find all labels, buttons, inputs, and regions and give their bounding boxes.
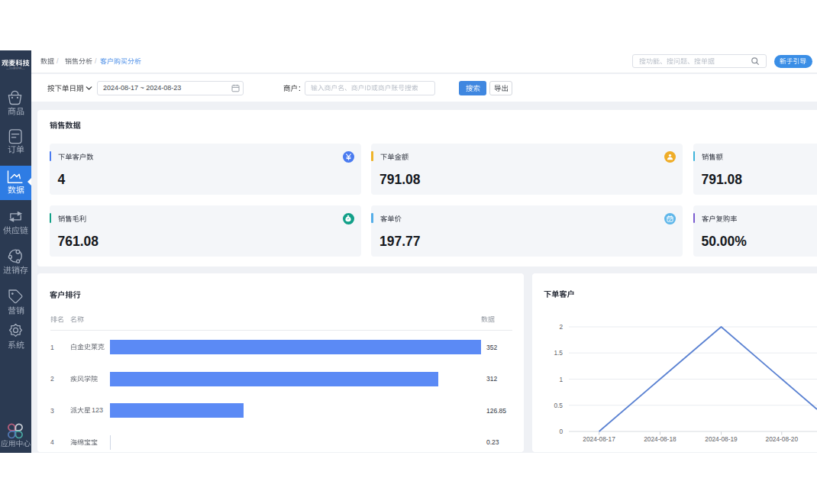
svg-text:2024-08-18: 2024-08-18 [644, 435, 677, 443]
svg-text:0: 0 [559, 428, 563, 435]
svg-text:2024-08-19: 2024-08-19 [705, 435, 738, 443]
svg-text:2024-08-20: 2024-08-20 [766, 435, 799, 443]
svg-text:2024-08-17: 2024-08-17 [583, 435, 615, 443]
svg-text:1.5: 1.5 [554, 349, 563, 357]
svg-text:1: 1 [559, 376, 563, 383]
svg-text:2: 2 [559, 323, 563, 331]
svg-text:0.5: 0.5 [554, 402, 563, 409]
